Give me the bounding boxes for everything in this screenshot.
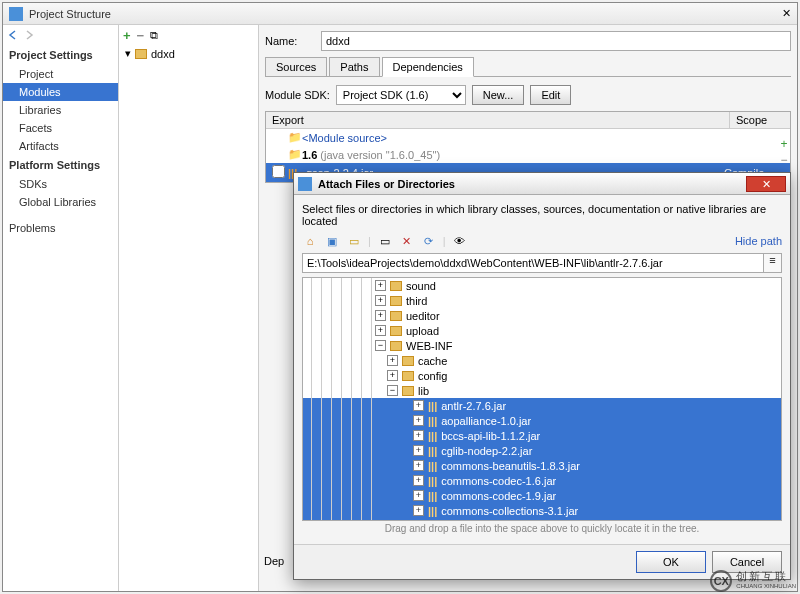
name-input[interactable] [321, 31, 791, 51]
jar-row[interactable]: +|||commons-codec-1.9.jar [303, 488, 781, 503]
folder-icon: 📁 [288, 131, 302, 144]
sdk-label: Module SDK: [265, 89, 330, 101]
jar-row[interactable]: +|||commons-collections-3.1.jar [303, 503, 781, 518]
jar-row[interactable]: +|||aopalliance-1.0.jar [303, 413, 781, 428]
jar-row[interactable]: +|||bccs-api-lib-1.1.2.jar [303, 428, 781, 443]
history-icon[interactable]: ≡ [764, 253, 782, 273]
sidebar-item-libraries[interactable]: Libraries [3, 101, 118, 119]
copy-module-icon[interactable]: ⧉ [150, 29, 158, 42]
remove-dep-icon[interactable]: − [777, 153, 791, 167]
drop-hint: Drag and drop a file into the space abov… [302, 521, 782, 536]
jar-icon: ||| [428, 460, 437, 472]
folder-icon [390, 311, 402, 321]
tab-paths[interactable]: Paths [329, 57, 379, 76]
folder-sound[interactable]: +sound [303, 278, 781, 293]
jar-row[interactable]: +|||antlr-2.7.6.jar [303, 398, 781, 413]
module-item[interactable]: ▾ ddxd [119, 45, 258, 62]
module-tree-panel: + − ⧉ ▾ ddxd [119, 25, 259, 591]
module-name: ddxd [151, 48, 175, 60]
jar-icon: ||| [428, 430, 437, 442]
watermark: CX 创新互联 CHUANG XINHULIAN [710, 570, 796, 592]
sidebar-item-artifacts[interactable]: Artifacts [3, 137, 118, 155]
folder-lib[interactable]: −lib [303, 383, 781, 398]
export-checkbox[interactable] [272, 165, 285, 178]
back-icon[interactable] [7, 29, 19, 41]
folder-upload[interactable]: +upload [303, 323, 781, 338]
folder-ueditor[interactable]: +ueditor [303, 308, 781, 323]
app-icon [9, 7, 23, 21]
folder-cache[interactable]: +cache [303, 353, 781, 368]
dialog-hint: Select files or directories in which lib… [302, 203, 782, 227]
dialog-toolbar: ⌂ ▣ ▭ | ▭ ✕ ⟳ | 👁 Hide path [302, 233, 782, 249]
dep-row-module-source[interactable]: 📁 <Module source> [266, 129, 790, 146]
folder-icon [402, 371, 414, 381]
delete-icon[interactable]: ✕ [399, 233, 415, 249]
jar-icon: ||| [428, 400, 437, 412]
watermark-logo: CX [710, 570, 732, 592]
window-title: Project Structure [29, 8, 111, 20]
sidebar-item-facets[interactable]: Facets [3, 119, 118, 137]
dialog-close-button[interactable]: ✕ [746, 176, 786, 192]
sdk-select[interactable]: Project SDK (1.6) [336, 85, 466, 105]
folder-icon [390, 326, 402, 336]
col-scope[interactable]: Scope [730, 112, 790, 128]
jdk-icon: 📁 [288, 148, 302, 161]
file-tree[interactable]: +sound +third +ueditor +upload −WEB-INF … [302, 277, 782, 521]
jar-icon: ||| [428, 445, 437, 457]
refresh-icon[interactable]: ⟳ [421, 233, 437, 249]
col-export[interactable]: Export [266, 112, 730, 128]
folder-icon [390, 281, 402, 291]
new-sdk-button[interactable]: New... [472, 85, 525, 105]
tab-sources[interactable]: Sources [265, 57, 327, 76]
folder-icon [390, 341, 402, 351]
module-tabs: Sources Paths Dependencies [265, 57, 791, 77]
project-icon[interactable]: ▭ [346, 233, 362, 249]
desktop-icon[interactable]: ▣ [324, 233, 340, 249]
jar-icon: ||| [428, 505, 437, 517]
path-input[interactable] [302, 253, 764, 273]
forward-icon[interactable] [23, 29, 35, 41]
home-icon[interactable]: ⌂ [302, 233, 318, 249]
edit-sdk-button[interactable]: Edit [530, 85, 571, 105]
tab-dependencies[interactable]: Dependencies [382, 57, 474, 77]
module-folder-icon [135, 49, 147, 59]
ok-button[interactable]: OK [636, 551, 706, 573]
module-toolbar: + − ⧉ [119, 25, 258, 45]
jar-icon: ||| [428, 415, 437, 427]
folder-icon [402, 386, 414, 396]
sidebar-item-problems[interactable]: Problems [3, 219, 118, 237]
show-hidden-icon[interactable]: 👁 [452, 233, 468, 249]
folder-icon [402, 356, 414, 366]
settings-sidebar: Project Settings Project Modules Librari… [3, 25, 119, 591]
new-folder-icon[interactable]: ▭ [377, 233, 393, 249]
sidebar-item-project[interactable]: Project [3, 65, 118, 83]
dep-truncated-label: Dep [264, 555, 284, 567]
sidebar-item-global-libraries[interactable]: Global Libraries [3, 193, 118, 211]
window-close-icon[interactable]: ✕ [782, 7, 791, 20]
sidebar-item-sdks[interactable]: SDKs [3, 175, 118, 193]
jar-row[interactable]: +|||commons-dbcp-1.4.jar [303, 518, 781, 521]
remove-module-icon[interactable]: − [137, 28, 145, 43]
jar-icon: ||| [428, 475, 437, 487]
dep-row-jdk[interactable]: 📁 1.6 (java version "1.6.0_45") [266, 146, 790, 163]
jar-icon: ||| [428, 490, 437, 502]
sidebar-section-platform: Platform Settings [3, 155, 118, 175]
sidebar-item-modules[interactable]: Modules [3, 83, 118, 101]
dialog-title: Attach Files or Directories [318, 178, 455, 190]
collapse-icon: ▾ [125, 47, 131, 60]
jar-row[interactable]: +|||cglib-nodep-2.2.jar [303, 443, 781, 458]
sidebar-section-project: Project Settings [3, 45, 118, 65]
jar-row[interactable]: +|||commons-beanutils-1.8.3.jar [303, 458, 781, 473]
add-module-icon[interactable]: + [123, 28, 131, 43]
folder-icon [390, 296, 402, 306]
sidebar-toolbar [3, 25, 118, 45]
hide-path-link[interactable]: Hide path [735, 235, 782, 247]
folder-third[interactable]: +third [303, 293, 781, 308]
folder-config[interactable]: +config [303, 368, 781, 383]
jar-row[interactable]: +|||commons-codec-1.6.jar [303, 473, 781, 488]
dialog-icon [298, 177, 312, 191]
dialog-titlebar[interactable]: Attach Files or Directories ✕ [294, 173, 790, 195]
folder-webinf[interactable]: −WEB-INF [303, 338, 781, 353]
add-dep-icon[interactable]: + [777, 137, 791, 151]
attach-files-dialog: Attach Files or Directories ✕ Select fil… [293, 172, 791, 580]
